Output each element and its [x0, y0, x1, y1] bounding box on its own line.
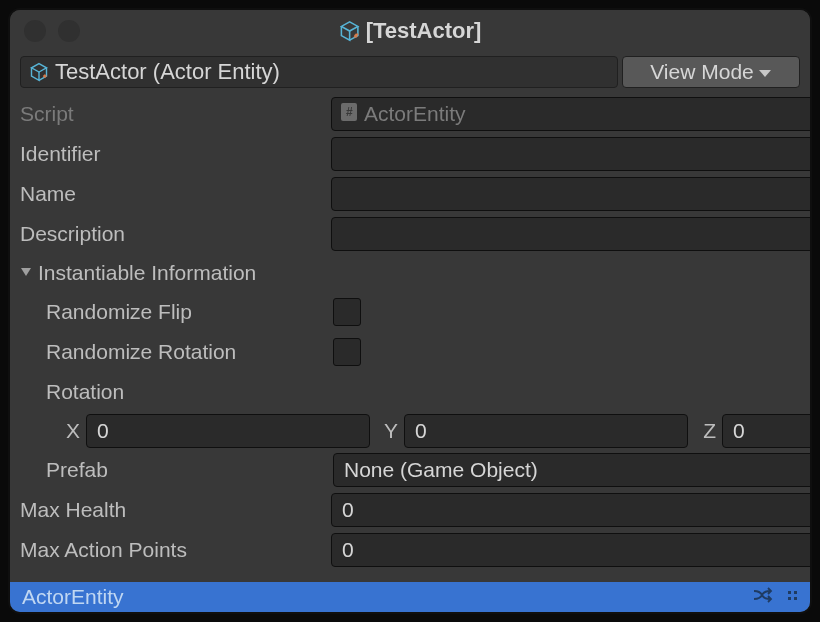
description-row: Description — [20, 216, 810, 252]
max-ap-input[interactable] — [331, 533, 810, 567]
prefab-label: Prefab — [46, 458, 327, 482]
identifier-row: Identifier — [20, 136, 810, 172]
inspector-window: [TestActor] TestActor (Actor Entity) Vie… — [8, 8, 812, 614]
rotation-x-input[interactable] — [86, 414, 370, 448]
rotation-vector-row: X Y Z — [20, 414, 810, 448]
prefab-row: Prefab None (Game Object) — [20, 452, 810, 488]
randomize-flip-label: Randomize Flip — [46, 300, 327, 324]
prefab-value: None (Game Object) — [344, 458, 538, 482]
randomize-rotation-label: Randomize Rotation — [46, 340, 327, 364]
svg-rect-6 — [788, 591, 791, 594]
cube-icon — [339, 20, 361, 42]
name-label: Name — [20, 182, 325, 206]
max-health-input[interactable] — [331, 493, 810, 527]
svg-rect-8 — [788, 597, 791, 600]
identifier-input[interactable] — [331, 137, 810, 171]
name-row: Name — [20, 176, 810, 212]
window-title: [TestActor] — [339, 18, 482, 44]
description-label: Description — [20, 222, 325, 246]
identifier-label: Identifier — [20, 142, 325, 166]
rotation-z-label: Z — [696, 419, 716, 443]
foldout-arrow-icon — [20, 265, 32, 281]
rotation-y-input[interactable] — [404, 414, 688, 448]
object-label: TestActor (Actor Entity) — [55, 59, 280, 85]
inspector-toolbar: TestActor (Actor Entity) View Mode — [10, 52, 810, 92]
svg-rect-7 — [794, 591, 797, 594]
rotation-label: Rotation — [46, 380, 351, 404]
script-row: Script # ActorEntity — [20, 96, 810, 132]
randomize-rotation-row: Randomize Rotation — [20, 334, 810, 370]
max-ap-row: Max Action Points — [20, 532, 810, 568]
title-bar: [TestActor] — [10, 10, 810, 52]
shuffle-icon[interactable] — [752, 586, 774, 608]
window-close-dot[interactable] — [24, 20, 46, 42]
view-mode-dropdown[interactable]: View Mode — [622, 56, 800, 88]
instantiable-header: Instantiable Information — [38, 261, 256, 285]
target-object-field[interactable]: TestActor (Actor Entity) — [20, 56, 618, 88]
script-icon: # — [340, 102, 358, 127]
cube-icon — [29, 62, 49, 82]
window-title-text: [TestActor] — [366, 18, 482, 44]
footer-bar: ActorEntity — [10, 582, 810, 612]
name-input[interactable] — [331, 177, 810, 211]
rotation-y-label: Y — [378, 419, 398, 443]
randomize-flip-row: Randomize Flip — [20, 294, 810, 330]
instantiable-foldout[interactable]: Instantiable Information — [20, 256, 810, 290]
window-minimize-dot[interactable] — [58, 20, 80, 42]
view-mode-label: View Mode — [650, 60, 754, 84]
description-input[interactable] — [331, 217, 810, 251]
randomize-rotation-checkbox[interactable] — [333, 338, 361, 366]
script-label: Script — [20, 102, 325, 126]
svg-rect-9 — [794, 597, 797, 600]
max-ap-label: Max Action Points — [20, 538, 325, 562]
prefab-field[interactable]: None (Game Object) — [333, 453, 810, 487]
script-field[interactable]: # ActorEntity — [331, 97, 810, 131]
max-health-row: Max Health — [20, 492, 810, 528]
properties-panel: Script # ActorEntity Identifier — [10, 92, 810, 582]
rotation-x-label: X — [46, 419, 80, 443]
randomize-flip-checkbox[interactable] — [333, 298, 361, 326]
dropdown-arrow-icon — [758, 60, 772, 84]
max-health-label: Max Health — [20, 498, 325, 522]
script-value: ActorEntity — [364, 102, 466, 126]
window-controls — [24, 20, 80, 42]
inspector-body: Script # ActorEntity Identifier — [10, 92, 810, 582]
footer-text: ActorEntity — [22, 585, 752, 609]
rotation-z-input[interactable] — [722, 414, 810, 448]
grip-icon[interactable] — [784, 587, 800, 607]
rotation-label-row: Rotation — [20, 374, 810, 410]
svg-text:#: # — [346, 105, 353, 119]
